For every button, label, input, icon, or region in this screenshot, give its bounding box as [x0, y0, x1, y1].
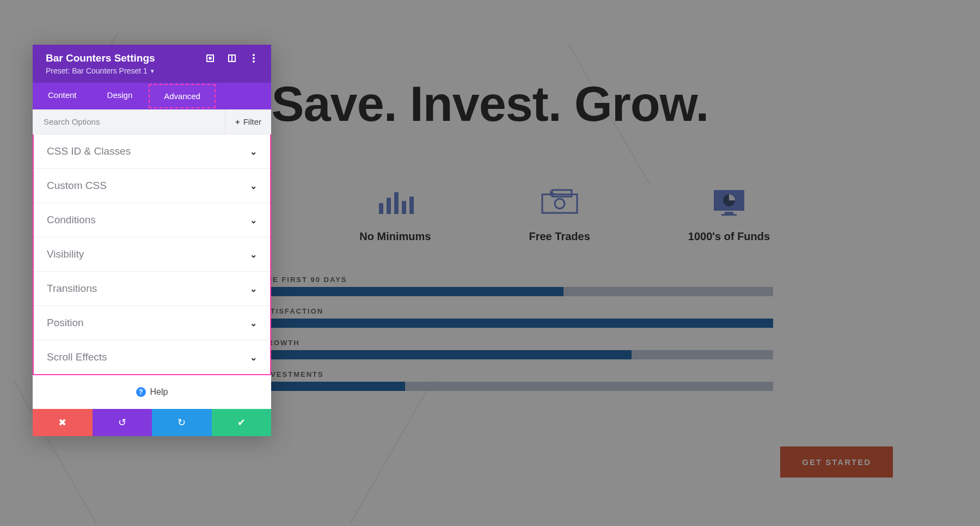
panel-title: Bar Counters Settings — [46, 52, 155, 64]
option-css-id-classes[interactable]: CSS ID & Classes ⌄ — [34, 134, 270, 169]
more-icon[interactable] — [249, 54, 258, 63]
option-custom-css[interactable]: Custom CSS ⌄ — [34, 169, 270, 203]
option-transitions[interactable]: Transitions ⌄ — [34, 272, 270, 306]
option-label: Visibility — [47, 248, 84, 260]
columns-icon[interactable] — [228, 54, 236, 63]
option-conditions[interactable]: Conditions ⌄ — [34, 203, 270, 237]
panel-footer: ✖ ↺ ↻ ✔ — [33, 409, 271, 436]
preset-label: Preset: Bar Counters Preset 1 — [46, 66, 148, 75]
option-label: Transitions — [47, 283, 97, 295]
filter-label: Filter — [243, 117, 261, 126]
option-label: Custom CSS — [47, 180, 107, 192]
help-icon: ? — [136, 387, 146, 397]
chevron-down-icon: ⌄ — [250, 284, 257, 294]
settings-panel: Bar Counters Settings Preset: Bar Counte… — [33, 45, 271, 436]
preset-selector[interactable]: Preset: Bar Counters Preset 1 ▼ — [46, 66, 258, 75]
option-position[interactable]: Position ⌄ — [34, 306, 270, 340]
help-label: Help — [150, 387, 168, 397]
search-bar: + Filter — [33, 109, 271, 134]
svg-rect-18 — [209, 57, 212, 60]
tab-content[interactable]: Content — [33, 83, 92, 109]
chevron-down-icon: ⌄ — [250, 215, 257, 225]
cancel-button[interactable]: ✖ — [33, 409, 93, 436]
check-icon: ✔ — [237, 417, 246, 429]
panel-tabs: Content Design Advanced — [33, 83, 271, 109]
option-scroll-effects[interactable]: Scroll Effects ⌄ — [34, 340, 270, 374]
option-label: Conditions — [47, 214, 96, 226]
chevron-down-icon: ⌄ — [250, 352, 257, 363]
option-label: CSS ID & Classes — [47, 145, 131, 157]
plus-icon: + — [235, 117, 240, 126]
chevron-down-icon: ⌄ — [250, 249, 257, 260]
chevron-down-icon: ⌄ — [250, 181, 257, 191]
option-visibility[interactable]: Visibility ⌄ — [34, 237, 270, 272]
chevron-down-icon: ⌄ — [250, 146, 257, 157]
caret-down-icon: ▼ — [150, 68, 155, 74]
panel-header: Bar Counters Settings Preset: Bar Counte… — [33, 45, 271, 83]
undo-button[interactable]: ↺ — [93, 409, 152, 436]
search-input[interactable] — [33, 109, 225, 134]
tab-design[interactable]: Design — [92, 83, 148, 109]
expand-icon[interactable] — [206, 54, 215, 63]
svg-point-23 — [253, 60, 255, 63]
svg-point-22 — [253, 57, 255, 59]
option-label: Scroll Effects — [47, 351, 107, 363]
close-icon: ✖ — [58, 417, 66, 429]
redo-icon: ↻ — [177, 417, 186, 429]
svg-point-21 — [253, 54, 255, 56]
redo-button[interactable]: ↻ — [152, 409, 212, 436]
filter-button[interactable]: + Filter — [225, 109, 271, 134]
option-label: Position — [47, 317, 84, 329]
chevron-down-icon: ⌄ — [250, 318, 257, 328]
undo-icon: ↺ — [118, 417, 126, 429]
options-list: CSS ID & Classes ⌄ Custom CSS ⌄ Conditio… — [33, 134, 271, 375]
help-button[interactable]: ? Help — [33, 375, 271, 409]
tab-advanced[interactable]: Advanced — [149, 84, 216, 108]
save-button[interactable]: ✔ — [212, 409, 272, 436]
